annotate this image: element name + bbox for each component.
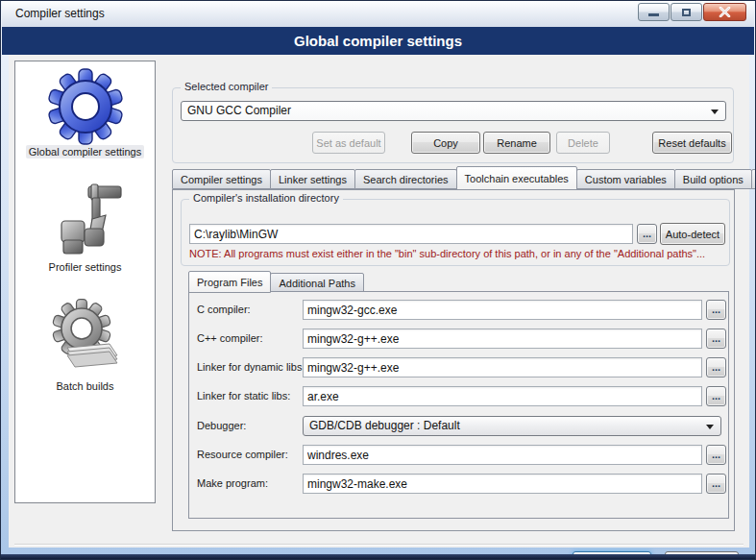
close-icon [719, 7, 731, 17]
close-button[interactable] [703, 3, 746, 21]
minimize-icon [648, 13, 659, 16]
field-label: Linker for dynamic libs: [197, 361, 305, 373]
resource-compiler-input[interactable] [303, 445, 702, 465]
chevron-down-icon [706, 425, 714, 429]
group-label: Selected compiler [181, 81, 272, 92]
sidebar-item-label: Batch builds [15, 380, 155, 392]
static-linker-browse-button[interactable]: ... [706, 386, 726, 406]
field-label: C++ compiler: [197, 332, 262, 344]
cpp-compiler-browse-button[interactable]: ... [706, 329, 726, 349]
tab-compiler-settings[interactable]: Compiler settings [172, 169, 271, 189]
gray-gear-stack-icon [46, 298, 125, 375]
tab-search-directories[interactable]: Search directories [354, 169, 457, 189]
field-label: Debugger: [197, 420, 246, 431]
resource-compiler-browse-button[interactable]: ... [706, 445, 726, 465]
installation-directory-input[interactable] [189, 224, 633, 244]
dialog-body: Global compiler settings [9, 55, 749, 548]
installation-note: NOTE: All programs must exist either in … [189, 248, 705, 259]
auto-detect-button[interactable]: Auto-detect [660, 223, 725, 245]
set-as-default-button[interactable]: Set as default [312, 132, 385, 154]
copy-button[interactable]: Copy [411, 132, 480, 154]
blue-gear-icon [46, 68, 125, 145]
cancel-button[interactable]: Cancel [665, 551, 739, 560]
make-program-input[interactable] [303, 474, 702, 494]
program-files-tab-strip: Program Files Additional Paths [188, 271, 363, 292]
compiler-select[interactable]: GNU GCC Compiler [181, 101, 726, 121]
selected-compiler-group: Selected compiler GNU GCC Compiler Set a… [172, 87, 734, 163]
maximize-button[interactable] [671, 3, 702, 21]
c-compiler-browse-button[interactable]: ... [706, 300, 726, 320]
window-title: Compiler settings [15, 7, 105, 20]
cpp-compiler-input[interactable] [303, 329, 702, 349]
delete-button[interactable]: Delete [556, 132, 610, 154]
toolchain-executables-panel: Compiler's installation directory ... Au… [172, 189, 735, 531]
tab-additional-paths[interactable]: Additional Paths [270, 273, 364, 292]
field-label: C compiler: [197, 304, 251, 315]
debugger-select[interactable]: GDB/CDB debugger : Default [303, 416, 721, 436]
field-label: Resource compiler: [197, 449, 288, 460]
ok-button[interactable]: OK [573, 551, 651, 560]
group-label: Compiler's installation directory [189, 192, 343, 204]
minimize-button[interactable] [638, 3, 670, 21]
browse-directory-button[interactable]: ... [637, 224, 657, 244]
compiler-select-value: GNU GCC Compiler [187, 104, 291, 117]
sidebar-item-label: Profiler settings [15, 261, 155, 273]
settings-tab-strip: Compiler settings Linker settings Search… [172, 166, 756, 189]
settings-category-list: Global compiler settings [14, 61, 156, 503]
footer-separator [14, 544, 744, 546]
tab-linker-settings[interactable]: Linker settings [270, 169, 355, 189]
tab-custom-variables[interactable]: Custom variables [576, 169, 675, 189]
rename-button[interactable]: Rename [483, 132, 550, 154]
window-controls [637, 3, 746, 21]
caliper-blocks-icon [46, 183, 125, 259]
compiler-settings-window: Compiler settings Global compiler settin… [0, 0, 756, 560]
make-program-browse-button[interactable]: ... [706, 474, 726, 494]
title-bar[interactable]: Compiler settings [2, 1, 754, 27]
reset-defaults-button[interactable]: Reset defaults [652, 132, 732, 154]
tab-toolchain-executables[interactable]: Toolchain executables [456, 166, 577, 190]
field-label: Linker for static libs: [197, 390, 290, 402]
tab-clipped[interactable] [751, 169, 756, 189]
debugger-select-value: GDB/CDB debugger : Default [309, 419, 460, 432]
static-linker-input[interactable] [303, 386, 702, 406]
sidebar-item-label: Global compiler settings [15, 146, 155, 158]
tab-build-options[interactable]: Build options [674, 169, 752, 189]
maximize-icon [682, 9, 691, 16]
field-label: Make program: [197, 477, 268, 489]
installation-directory-group: Compiler's installation directory ... Au… [181, 199, 730, 266]
chevron-down-icon [711, 110, 719, 114]
program-files-panel: C compiler: ... C++ compiler: ... Linker… [188, 291, 729, 519]
c-compiler-input[interactable] [303, 300, 702, 320]
dialog-header: Global compiler settings [2, 27, 754, 55]
dynamic-linker-input[interactable] [303, 357, 702, 377]
tab-program-files[interactable]: Program Files [188, 271, 271, 293]
dynamic-linker-browse-button[interactable]: ... [706, 357, 726, 377]
